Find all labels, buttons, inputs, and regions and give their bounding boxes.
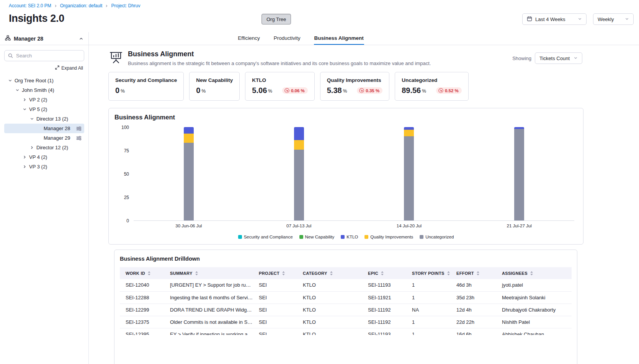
stacked-bar-30-jun-06-jul[interactable]: [184, 127, 194, 220]
sort-icon[interactable]: [282, 271, 285, 276]
stat-card-value-row: 5.06%0.06 %: [252, 86, 307, 95]
table-cell: SEI-12395: [120, 328, 164, 335]
sort-icon[interactable]: [330, 271, 333, 276]
column-header-assignees[interactable]: ASSIGNEES: [496, 267, 572, 279]
stat-card-title: KTLO: [252, 77, 307, 83]
chevron-right-icon[interactable]: [21, 97, 28, 103]
org-tree-sidebar: Manager 28 Expand All Org Tree Root (1)J…: [0, 32, 89, 364]
table-row[interactable]: SEI-12375Older Commits is not available …: [120, 316, 572, 328]
filter-icon[interactable]: [76, 126, 82, 131]
table-cell: 16d 6h: [451, 328, 496, 335]
legend-item-quality-improvements[interactable]: Quality Improvements: [364, 235, 413, 239]
stat-card-value: 5.38: [327, 86, 342, 95]
bar-segment-ktlo[interactable]: [184, 127, 194, 134]
table-row[interactable]: SEI-12040[URGENT] EY > Support for job r…: [120, 279, 572, 291]
table-cell: DORA TREND LINE GRAPH Widgets is n...: [164, 304, 253, 316]
column-header-label: SUMMARY: [170, 271, 193, 276]
stacked-bar-14-jul-20-jul[interactable]: [404, 127, 414, 220]
sitemap-icon: [5, 35, 11, 42]
table-header-row: WORK IDSUMMARYPROJECTCATEGORYEPICSTORY P…: [120, 267, 572, 279]
sort-icon[interactable]: [447, 271, 450, 276]
bar-segment-ktlo[interactable]: [294, 127, 304, 140]
tree-item-vp-4-2[interactable]: VP 4 (2): [4, 152, 84, 162]
column-header-work-id[interactable]: WORK ID: [120, 267, 164, 279]
org-tree-button[interactable]: Org Tree: [261, 14, 291, 24]
tab-efficiency[interactable]: Efficiency: [237, 32, 260, 45]
org-tree: Org Tree Root (1)John Smith (4)VP 2 (2)V…: [0, 76, 88, 171]
bar-segment-uncategorized[interactable]: [514, 129, 524, 220]
legend-item-ktlo[interactable]: KTLO: [341, 235, 358, 239]
table-cell: SEI-11921: [362, 291, 406, 304]
bar-segment-uncategorized[interactable]: [184, 143, 194, 220]
tree-item-vp-5-2[interactable]: VP 5 (2): [4, 104, 84, 114]
tree-item-john-smith-4[interactable]: John Smith (4): [4, 85, 84, 95]
chevron-down-icon[interactable]: [29, 116, 35, 122]
table-row[interactable]: SEI-12299DORA TREND LINE GRAPH Widgets i…: [120, 304, 572, 316]
bar-segment-ktlo[interactable]: [404, 127, 414, 130]
chevron-down-icon[interactable]: [14, 87, 20, 93]
stacked-bar-21-jul-27-jul[interactable]: [514, 127, 524, 220]
x-axis-label: 30 Jun-06 Jul: [134, 224, 244, 228]
section-title: Business Alignment: [128, 50, 507, 58]
table-row[interactable]: SEI-12288Ingesting the last 6 months of …: [120, 291, 572, 304]
tab-productivity[interactable]: Productivity: [273, 32, 301, 45]
bar-segment-quality-improvements[interactable]: [294, 140, 304, 149]
date-range-dropdown[interactable]: Last 4 Weeks: [522, 13, 587, 25]
column-header-project[interactable]: PROJECT: [253, 267, 297, 279]
expand-all-button[interactable]: Expand All: [5, 65, 83, 71]
legend-item-security-and-compliance[interactable]: Security and Compliance: [238, 235, 293, 239]
tree-item-director-13-2[interactable]: Director 13 (2): [4, 114, 84, 124]
stat-delta-badge: 0.06 %: [282, 87, 308, 94]
breadcrumb-link[interactable]: Organization: default: [60, 3, 103, 8]
table-cell: SEI-11193: [362, 328, 406, 335]
bar-segment-uncategorized[interactable]: [404, 136, 414, 220]
tree-item-label: VP 4 (2): [29, 154, 82, 160]
sort-icon[interactable]: [530, 271, 533, 276]
stat-card-title: Quality Improvements: [327, 77, 382, 83]
breadcrumb-link[interactable]: Account: SEI 2.0 PM: [9, 3, 51, 8]
chevron-down-icon[interactable]: [7, 78, 13, 84]
tree-item-vp-2-2[interactable]: VP 2 (2): [4, 95, 84, 104]
table-cell: [URGENT] EY > Support for job run par...: [164, 279, 253, 291]
table-cell: EY > Verify if ingestion is working as e…: [164, 328, 253, 335]
stacked-bar-07-jul-13-jul[interactable]: [294, 127, 304, 220]
date-range-value: Last 4 Weeks: [535, 16, 575, 22]
chevron-up-icon[interactable]: [79, 36, 83, 41]
chevron-placeholder: [36, 126, 42, 132]
legend-item-uncategorized[interactable]: Uncategorized: [420, 235, 454, 239]
tree-item-director-12-2[interactable]: Director 12 (2): [4, 143, 84, 152]
column-header-effort[interactable]: EFFORT: [451, 267, 496, 279]
bar-segment-quality-improvements[interactable]: [184, 134, 194, 143]
table-cell: KTLO: [297, 304, 362, 316]
sort-icon[interactable]: [195, 271, 198, 276]
sort-icon[interactable]: [147, 271, 151, 276]
tree-item-org-tree-root-1[interactable]: Org Tree Root (1): [4, 76, 84, 85]
chart-title: Business Alignment: [114, 114, 583, 121]
column-header-summary[interactable]: SUMMARY: [164, 267, 253, 279]
chevron-right-icon[interactable]: [29, 145, 35, 151]
search-input[interactable]: [4, 50, 84, 61]
filter-icon[interactable]: [76, 136, 82, 140]
chevron-down-icon[interactable]: [21, 106, 28, 113]
sort-icon[interactable]: [381, 271, 384, 276]
granularity-dropdown[interactable]: Weekly: [593, 13, 634, 25]
chevron-right-icon[interactable]: [21, 164, 28, 170]
bar-segment-uncategorized[interactable]: [294, 150, 304, 220]
table-row[interactable]: SEI-12395EY > Verify if ingestion is wor…: [120, 328, 572, 335]
bar-segment-quality-improvements[interactable]: [404, 130, 414, 136]
showing-dropdown[interactable]: Tickets Count: [535, 52, 582, 64]
chevron-right-icon[interactable]: [21, 154, 28, 160]
column-header-category[interactable]: CATEGORY: [297, 267, 362, 279]
tree-item-manager-28[interactable]: Manager 28: [4, 124, 84, 133]
column-header-epic[interactable]: EPIC: [362, 267, 406, 279]
tree-item-manager-29[interactable]: Manager 29: [4, 133, 84, 143]
tab-business-alignment[interactable]: Business Alignment: [314, 32, 364, 45]
breadcrumb-link[interactable]: Project: Dhruv: [111, 3, 140, 8]
table-cell: KTLO: [297, 291, 362, 304]
sort-icon[interactable]: [476, 271, 480, 276]
column-header-label: ASSIGNEES: [502, 271, 528, 276]
column-header-story-points[interactable]: STORY POINTS: [406, 267, 451, 279]
legend-item-new-capability[interactable]: New Capability: [299, 235, 335, 239]
tree-item-vp-3-2[interactable]: VP 3 (2): [4, 162, 84, 171]
stat-card-unit: %: [268, 88, 272, 94]
